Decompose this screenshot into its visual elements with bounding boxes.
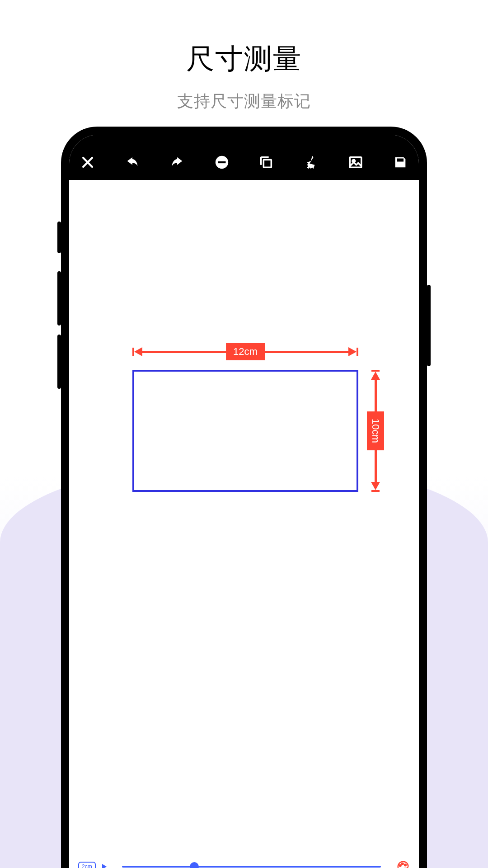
undo-icon[interactable] <box>125 155 140 170</box>
save-icon[interactable] <box>393 155 408 170</box>
svg-point-5 <box>399 865 401 867</box>
thickness-slider[interactable] <box>122 866 381 868</box>
arrow-down-icon <box>371 482 380 490</box>
phone-side-button <box>57 271 61 326</box>
measure-cap-icon <box>371 490 380 492</box>
bottom-toolbar: 2cm <box>69 855 419 868</box>
measure-height-label: 10cm <box>367 411 384 450</box>
clean-icon[interactable] <box>303 155 319 170</box>
copy-icon[interactable] <box>258 155 274 170</box>
vertical-measure[interactable]: 10cm <box>371 370 380 492</box>
palette-icon[interactable] <box>396 860 410 868</box>
remove-icon[interactable] <box>214 155 230 170</box>
scale-badge[interactable]: 2cm <box>78 862 96 868</box>
measure-cap-icon <box>357 348 358 356</box>
phone-side-button <box>57 335 61 389</box>
drawing-canvas[interactable]: 12cm 10cm 2cm <box>69 180 419 868</box>
horizontal-measure[interactable]: 12cm <box>132 347 358 356</box>
redo-icon[interactable] <box>169 155 185 170</box>
close-icon[interactable] <box>80 155 95 170</box>
svg-point-6 <box>402 863 404 865</box>
phone-side-button <box>427 285 431 366</box>
app-toolbar <box>69 135 419 180</box>
arrow-up-icon <box>371 372 380 380</box>
drawn-rectangle[interactable] <box>132 370 358 492</box>
svg-rect-1 <box>218 161 225 163</box>
page-subtitle: 支持尺寸测量标记 <box>0 90 488 113</box>
svg-rect-3 <box>350 157 361 168</box>
image-icon[interactable] <box>348 155 363 170</box>
arrow-right-icon <box>102 864 107 868</box>
measure-width-label: 12cm <box>226 343 265 360</box>
phone-screen: 12cm 10cm 2cm <box>69 135 419 868</box>
phone-side-button <box>57 222 61 253</box>
slider-thumb[interactable] <box>190 862 199 868</box>
page-title: 尺寸测量 <box>0 0 488 78</box>
arrow-right-icon <box>348 347 357 356</box>
svg-point-7 <box>404 864 406 866</box>
svg-rect-2 <box>264 160 272 167</box>
arrow-left-icon <box>134 347 142 356</box>
phone-frame: 12cm 10cm 2cm <box>61 127 427 868</box>
